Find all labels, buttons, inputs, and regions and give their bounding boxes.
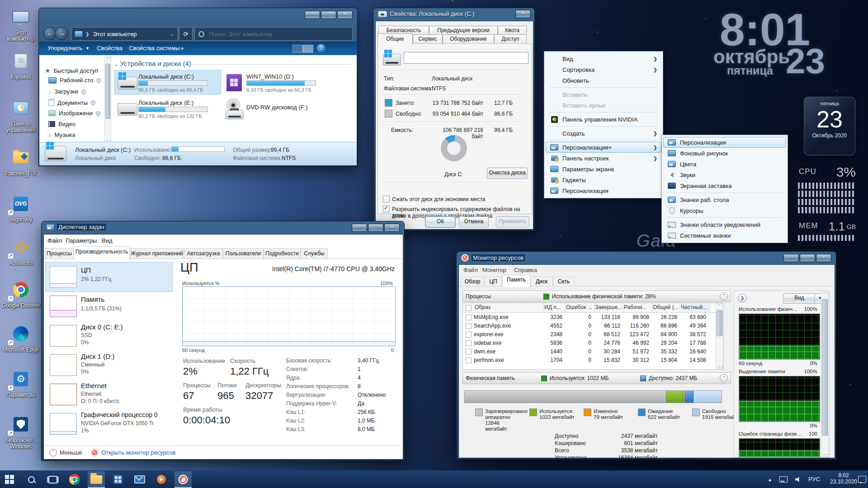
tab-cpu[interactable]: ЦП <box>484 277 502 287</box>
menu-item-paste[interactable]: Вставить <box>546 89 661 100</box>
disk-cleanup-button[interactable]: Очистка диска <box>487 168 528 179</box>
tab-startup[interactable]: Автозагрузка <box>184 248 223 259</box>
drive-item-d[interactable]: WIN7_WIN10 (D:) 9,10 ГБ свободно из 56,3… <box>223 70 329 94</box>
group-header[interactable]: ⌄ Устройства и диски (4) <box>114 60 191 67</box>
drive-item-e[interactable]: Локальный диск (E:) 80,2 ГБ свободно из … <box>115 97 221 120</box>
taskbar-chrome[interactable] <box>69 474 80 485</box>
view-dropdown[interactable]: Вид ▼ <box>783 293 825 303</box>
task-view-button[interactable] <box>47 474 59 485</box>
drive-item-f[interactable]: DVD DVD RW дисковод (F:) <box>223 97 329 120</box>
collapse-chevron-icon[interactable]: ⌄ <box>114 62 118 67</box>
submenu-item-notification-icons[interactable]: Значки области уведомлений <box>663 219 786 230</box>
table-scrollbar[interactable]: ⌃ ⌄⌄ <box>716 303 723 369</box>
tab-overview[interactable]: Обзор <box>461 277 484 287</box>
menu-options[interactable]: Параметры <box>66 237 97 244</box>
perf-item-cpu[interactable]: ЦП 2% 1,22 ГГц <box>46 263 172 291</box>
panel-scrollbar[interactable]: ⌃⌃ ⌄⌄ <box>821 291 829 457</box>
perf-item-memory[interactable]: Память 1,1/3,5 ГБ (31%) <box>46 292 172 321</box>
tray-overflow-button[interactable]: ▲ <box>764 474 776 485</box>
fewer-details-button[interactable]: ⌃ Меньше <box>49 449 82 456</box>
cpu-mem-gadget[interactable]: CPU 3% МЕМ 1.1 GB <box>797 164 857 244</box>
perf-item-gpu[interactable]: Графический процессор 0 NVIDIA GeForce G… <box>46 409 172 442</box>
toolbar-overflow-button[interactable]: » <box>180 42 184 55</box>
menu-item-sort[interactable]: Сортировка <box>546 64 661 75</box>
properties-button[interactable]: Свойства <box>97 42 123 55</box>
open-resource-monitor-link[interactable]: Открыть монитор ресурсов <box>91 449 175 456</box>
menu-help[interactable]: Справка <box>514 267 537 273</box>
action-center-button[interactable] <box>856 474 868 485</box>
scroll-up-icon[interactable]: ⌃⌃ <box>106 57 112 61</box>
submenu-item-colors[interactable]: Цвета <box>663 159 786 169</box>
start-button[interactable] <box>4 474 15 485</box>
sidebar-item-downloads[interactable]: ↓ Загрузки <box>48 88 86 95</box>
desktop-icon-settings[interactable]: Параметры <box>1 369 41 398</box>
taskbar-search-button[interactable] <box>25 474 37 485</box>
sidebar-item-quick-access[interactable]: ★ Быстрый доступ <box>45 67 98 74</box>
refresh-button[interactable]: ⟳ <box>179 27 193 41</box>
submenu-item-system-icons[interactable]: Системные значки <box>663 230 786 241</box>
breadcrumb[interactable]: Этот компьютер <box>93 31 137 38</box>
taskbar-media-app[interactable] <box>156 474 167 485</box>
menu-item-personalization-plus[interactable]: Персонализация+ <box>546 142 661 153</box>
forward-button[interactable]: → <box>55 27 68 40</box>
desktop-icon-recycle-bin[interactable]: Корзина <box>1 51 41 80</box>
taskbar-explorer[interactable] <box>90 474 102 485</box>
submenu-item-background[interactable]: Фоновый рисунок <box>663 148 786 159</box>
help-icon[interactable]: ? <box>317 44 326 52</box>
menu-item-display-settings[interactable]: Параметры экрана <box>546 164 661 174</box>
submenu-item-cursors[interactable]: Курсоры <box>663 205 786 216</box>
taskbar-resource-monitor[interactable] <box>177 474 189 485</box>
address-bar[interactable]: ❯ Этот компьютер ⌄ <box>71 27 178 41</box>
menu-item-settings-panel[interactable]: Панель настроек <box>546 153 661 164</box>
ok-button[interactable]: ОК <box>425 216 455 227</box>
maximize-button[interactable] <box>368 224 383 232</box>
taskbar-mail[interactable] <box>134 474 146 485</box>
tab-network[interactable]: Сеть <box>553 277 575 287</box>
sidebar-scrollbar[interactable]: ⌃⌃ ⌄⌄ <box>104 56 111 143</box>
submenu-item-screensaver[interactable]: Экранная заставка <box>663 180 786 191</box>
processes-section-header[interactable]: Процессы Использование физической памяти… <box>462 291 731 302</box>
process-row[interactable]: explorer.exe 2348 0 68 512 123 472 84 90… <box>463 330 722 339</box>
drive-item-c[interactable]: Локальный диск (C:) 86,6 ГБ свободно из … <box>115 70 221 94</box>
tab-tools[interactable]: Сервис <box>413 34 443 43</box>
address-dropdown-icon[interactable]: ⌄ <box>170 32 174 37</box>
menu-view[interactable]: Вид <box>102 237 113 244</box>
process-row[interactable]: MsMpEng.exe 3236 0 133 116 89 908 26 228… <box>463 313 722 322</box>
process-row[interactable]: SearchApp.exe 4552 0 66 112 116 260 66 8… <box>463 322 722 330</box>
tab-disk[interactable]: Диск <box>530 277 553 287</box>
tab-memory[interactable]: Память <box>502 275 530 287</box>
tab-app-history[interactable]: Журнал приложений <box>130 248 184 259</box>
tab-processes[interactable]: Процессы <box>45 248 74 259</box>
desktop-icon-chrome[interactable]: Google Chrome <box>1 279 41 309</box>
search-input[interactable] <box>208 30 336 38</box>
menu-item-gadgets[interactable]: Гаджеты <box>546 174 661 185</box>
minimize-button[interactable] <box>783 254 799 262</box>
desktop-icon-ovgorskiy[interactable]: OVG ovgorskiy <box>1 193 41 223</box>
index-checkbox[interactable] <box>383 206 390 212</box>
minimize-button[interactable] <box>352 224 367 232</box>
collapse-section-icon[interactable] <box>720 292 728 300</box>
menu-item-refresh[interactable]: Обновить <box>546 75 661 86</box>
scroll-down-icon[interactable]: ⌄⌄ <box>106 138 112 142</box>
sidebar-item-music[interactable]: ♪ Музыка <box>48 131 75 138</box>
clock-tray[interactable]: 8:02 23.10.2020 <box>826 472 861 485</box>
maximize-button[interactable] <box>800 254 815 262</box>
search-box[interactable] <box>194 27 353 41</box>
process-table-header[interactable]: Образ ИД п... Ошибок ... Заверше... Рабо… <box>463 303 722 313</box>
collapse-section-icon[interactable] <box>720 374 728 382</box>
menu-item-nvidia-control-panel[interactable]: Панель управления NVIDIA <box>546 114 661 125</box>
desktop-icon-activators[interactable]: Activators <box>1 237 41 266</box>
desktop-icon-patches-fix[interactable]: Patches_FIX <box>1 147 41 177</box>
tab-quota[interactable]: Квота <box>498 26 527 35</box>
tab-general[interactable]: Общие <box>377 33 413 44</box>
menu-item-paste-shortcut[interactable]: Вставить ярлык <box>546 100 661 111</box>
menu-monitor[interactable]: Монитор <box>482 267 506 273</box>
tab-performance[interactable]: Производительность <box>74 246 130 259</box>
physical-memory-section-header[interactable]: Физическая память Используется: 1022 МБ … <box>462 372 731 384</box>
menu-file[interactable]: Файл <box>47 237 62 244</box>
expand-panel-icon[interactable]: ❯ <box>738 294 747 303</box>
compress-checkbox[interactable] <box>383 196 390 202</box>
perf-item-ethernet[interactable]: Ethernet Ethernet О: 0 П: 0 кбит/с <box>46 380 172 409</box>
calendar-gadget[interactable]: пятница 23 Октябрь 2020 <box>804 97 855 155</box>
cancel-button[interactable]: Отмена <box>459 216 489 227</box>
